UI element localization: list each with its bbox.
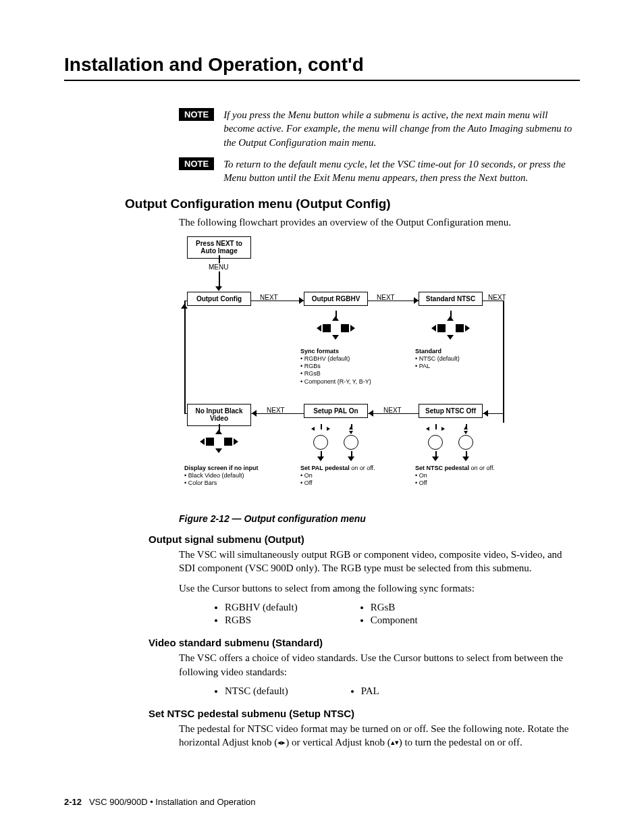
sub1-p1: The VSC will simultaneously output RGB o… bbox=[179, 548, 580, 575]
vertical-adjust-icon: ▴▾ bbox=[391, 737, 399, 748]
sub2-p1: The VSC offers a choice of video standar… bbox=[179, 651, 580, 679]
menu-label: MENU bbox=[209, 263, 228, 271]
next-label: NEXT bbox=[267, 407, 285, 414]
box-output-rgbhv: Output RGBHV bbox=[304, 292, 368, 307]
detail-sync: Sync formats RGBHV (default) RGBs RGsB C… bbox=[300, 348, 415, 386]
sub3-heading: Set NTSC pedestal submenu (Setup NTSC) bbox=[149, 708, 580, 719]
horizontal-knob-icon bbox=[428, 435, 443, 450]
sub1-heading: Output signal submenu (Output) bbox=[149, 533, 580, 545]
sub3-p1: The pedestal for NTSC video format may b… bbox=[179, 722, 580, 750]
note-2-text: To return to the default menu cycle, let… bbox=[223, 157, 580, 185]
detail-set-pal: Set PAL pedestal on or off. On Off bbox=[300, 465, 402, 488]
box-setup-ntsc: Setup NTSC Off bbox=[419, 404, 483, 419]
next-label: NEXT bbox=[377, 294, 395, 301]
page-footer: 2-12 VSC 900/900D • Installation and Ope… bbox=[64, 797, 256, 807]
box-standard-ntsc: Standard NTSC bbox=[419, 292, 483, 307]
section-heading: Output Configuration menu (Output Config… bbox=[125, 197, 580, 211]
box-output-config: Output Config bbox=[187, 292, 251, 307]
note-1: NOTE If you press the Menu button while … bbox=[179, 108, 580, 149]
note-badge-icon: NOTE bbox=[179, 157, 214, 170]
note-1-text: If you press the Menu button while a sub… bbox=[223, 108, 580, 149]
figure-caption: Figure 2-12 — Output configuration menu bbox=[179, 513, 580, 524]
page-title: Installation and Operation, cont'd bbox=[64, 54, 580, 81]
horizontal-knob-icon bbox=[313, 435, 328, 450]
sub1-bullets: RGBHV (default)RGBS RGsBComponent bbox=[213, 602, 580, 627]
sub2-heading: Video standard submenu (Standard) bbox=[149, 637, 580, 648]
flowchart: Press NEXT to Auto Image MENU Output Con… bbox=[179, 236, 557, 506]
vertical-knob-icon bbox=[458, 435, 473, 450]
detail-standard: Standard NTSC (default) PAL bbox=[415, 348, 496, 371]
sub2-bullets: NTSC (default) PAL bbox=[213, 685, 580, 698]
vertical-knob-icon bbox=[344, 435, 358, 450]
section-intro: The following flowchart provides an over… bbox=[179, 215, 580, 229]
box-no-input: No Input Black Video bbox=[187, 404, 251, 426]
sub1-p2: Use the Cursor buttons to select from am… bbox=[179, 581, 580, 595]
next-label: NEXT bbox=[260, 294, 278, 301]
note-badge-icon: NOTE bbox=[179, 108, 214, 121]
detail-set-ntsc: Set NTSC pedestal on or off. On Off bbox=[415, 465, 510, 488]
detail-display: Display screen if no input Black Video (… bbox=[184, 465, 279, 488]
next-label: NEXT bbox=[383, 407, 402, 414]
horizontal-adjust-icon: ◂▸ bbox=[277, 737, 286, 748]
note-2: NOTE To return to the default menu cycle… bbox=[179, 157, 580, 185]
box-setup-pal: Setup PAL On bbox=[304, 404, 368, 419]
